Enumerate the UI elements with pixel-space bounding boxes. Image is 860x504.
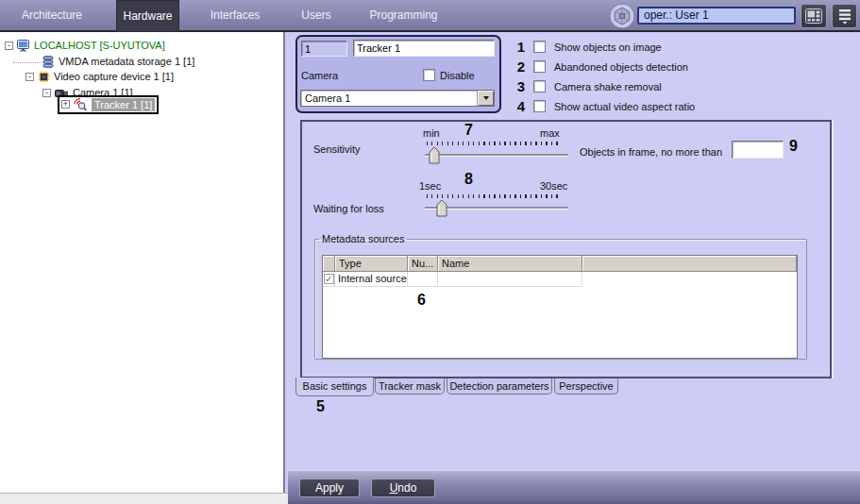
metadata-sources-group: Metadata sources Type Nu... Name ✓ [314, 233, 807, 360]
sensitivity-max-label: max [540, 127, 560, 140]
row-number-cell[interactable] [408, 272, 438, 287]
bottom-strip [0, 493, 288, 504]
camera-label: Camera [301, 70, 338, 82]
annotation-number: 4 [512, 98, 525, 114]
sensitivity-min-label: min [423, 127, 440, 140]
application-window: Architecture Hardware Interfaces Users P… [0, 0, 860, 504]
header-cell-filler [582, 256, 797, 272]
abandoned-objects-label: Abandoned objects detection [554, 61, 688, 74]
abandoned-objects-checkbox[interactable] [533, 60, 546, 73]
annotation-number: 5 [316, 398, 325, 415]
undo-label-accel: U [390, 481, 398, 495]
operator-field[interactable]: oper.: User 1 [637, 7, 796, 25]
object-name-field[interactable] [353, 40, 495, 57]
tree-item-label: Video capture device 1 [1] [54, 71, 174, 83]
camera-shake-checkbox[interactable] [533, 80, 546, 92]
show-objects-checkbox[interactable] [533, 41, 546, 53]
annotation-number: 8 [464, 171, 473, 188]
waiting-min-label: 1sec [419, 180, 441, 193]
objects-in-frame-label: Objects in frame, no more than [580, 146, 722, 159]
tree-item-video-capture-device[interactable]: - Video capture device 1 [1] [0, 69, 174, 85]
tab-perspective[interactable]: Perspective [554, 378, 618, 395]
annotation-number: 3 [512, 78, 525, 94]
aspect-ratio-checkbox[interactable] [533, 100, 546, 112]
bottom-button-bar: Apply Undo [288, 470, 860, 504]
disable-checkbox[interactable] [423, 69, 435, 81]
tree-connector [13, 61, 42, 63]
tree-item-label: LOCALHOST [S-UYUTOVA] [34, 40, 165, 52]
sensitivity-slider-thumb[interactable] [429, 146, 440, 164]
sensitivity-label: Sensitivity [313, 143, 361, 156]
screens-layout-icon [805, 8, 822, 24]
annotation-number: 2 [512, 59, 525, 75]
row-filler [582, 272, 797, 287]
undo-label-rest: ndo [397, 481, 416, 495]
computer-icon [17, 40, 30, 52]
annotation-number: 6 [417, 292, 426, 309]
waiting-slider-thumb[interactable] [436, 199, 447, 217]
objects-in-frame-input[interactable] [732, 141, 784, 159]
header-cell-name[interactable]: Name [438, 256, 582, 272]
camera-select-value: Camera 1 [305, 92, 350, 104]
tab-detection-parameters[interactable]: Detection parameters [447, 378, 552, 395]
check-icon: ✓ [325, 274, 332, 284]
screens-layout-button[interactable] [801, 4, 827, 28]
show-objects-label: Show objects on image [554, 42, 662, 54]
tree-collapse-icon[interactable]: - [5, 42, 13, 50]
sensitivity-slider-ticks [427, 142, 559, 145]
row-name-cell[interactable] [438, 272, 582, 287]
tree-item-vmda-storage[interactable]: VMDA metadata storage 1 [1] [0, 54, 194, 70]
header-cell-number[interactable]: Nu... [408, 256, 438, 272]
tree-expand-icon[interactable]: + [61, 100, 70, 109]
row-type-cell[interactable]: Internal source [335, 272, 408, 287]
annotation-number: 1 [512, 39, 525, 55]
internal-source-checkbox[interactable]: ✓ [324, 274, 334, 284]
menu-icon [837, 8, 852, 25]
tracker-settings-panel: Camera Disable Camera 1 1 Show objects o… [288, 32, 860, 504]
annotation-number: 7 [464, 122, 473, 139]
header-cell-select[interactable] [323, 256, 335, 272]
basic-settings-page: Sensitivity min max 7 Objects in frame, … [300, 120, 832, 378]
nav-tab-hardware[interactable]: Hardware [116, 0, 179, 32]
top-nav-bar: Architecture Hardware Interfaces Users P… [0, 0, 860, 32]
camera-select[interactable]: Camera 1 [300, 90, 495, 107]
tab-basic-settings[interactable]: Basic settings [295, 378, 374, 396]
tree-item-label: Tracker 1 [1] [92, 98, 155, 111]
tree-item-label: VMDA metadata storage 1 [1] [59, 56, 194, 68]
disable-label: Disable [440, 70, 475, 82]
table-header-row: Type Nu... Name [323, 256, 797, 272]
metadata-sources-title: Metadata sources [319, 233, 407, 244]
chip-icon [38, 71, 50, 83]
waiting-for-loss-label: Waiting for loss [313, 203, 384, 215]
apply-button[interactable]: Apply [299, 479, 360, 497]
metadata-sources-table: Type Nu... Name ✓ Internal source [322, 255, 798, 359]
camera-select-arrow-button[interactable] [477, 91, 494, 106]
annotation-number: 9 [789, 138, 798, 155]
chevron-down-icon [483, 96, 489, 100]
tracker-icon [74, 98, 88, 111]
aspect-ratio-label: Show actual video aspect ratio [554, 101, 695, 113]
tab-tracker-mask[interactable]: Tracker mask [375, 378, 445, 395]
main-menu-button[interactable] [832, 4, 857, 28]
waiting-slider-ticks [427, 194, 559, 198]
hardware-tree-panel: - LOCALHOST [S-UYUTOVA] [0, 32, 285, 493]
tree-collapse-icon[interactable]: - [42, 89, 51, 97]
header-cell-type[interactable]: Type [335, 256, 408, 272]
camera-shake-label: Camera shake removal [554, 81, 662, 93]
nav-tab-users[interactable]: Users [286, 0, 346, 30]
tree-item-localhost[interactable]: - LOCALHOST [S-UYUTOVA] [0, 38, 165, 54]
tree-collapse-icon[interactable]: - [25, 73, 34, 81]
database-icon [42, 56, 55, 68]
nav-tab-interfaces[interactable]: Interfaces [194, 0, 277, 30]
tree-item-tracker[interactable]: + Tracker 1 [1] [58, 96, 159, 112]
undo-button[interactable]: Undo [371, 479, 435, 497]
object-id-field[interactable] [301, 41, 347, 57]
tracker-selection-highlight[interactable]: + Tracker 1 [1] [58, 95, 159, 114]
settings-gear-icon[interactable] [609, 3, 635, 29]
nav-tab-architecture[interactable]: Architecture [14, 0, 90, 30]
row-checkbox-cell: ✓ [323, 272, 335, 287]
nav-tab-programming[interactable]: Programming [359, 0, 448, 30]
table-row[interactable]: ✓ Internal source [323, 272, 797, 287]
waiting-max-label: 30sec [540, 180, 567, 193]
sensitivity-slider-track[interactable] [425, 154, 568, 157]
